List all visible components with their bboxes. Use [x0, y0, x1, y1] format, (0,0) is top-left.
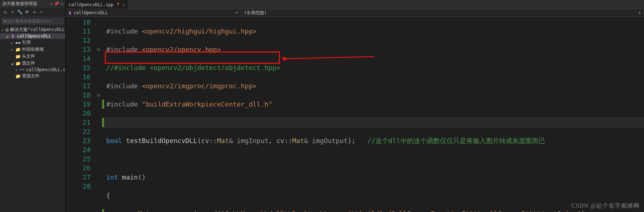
project-icon: ⧫: [10, 34, 15, 39]
expand-icon[interactable]: ▸: [10, 40, 14, 45]
code-lines[interactable]: #include <opencv2/highgui/highgui.hpp> #…: [102, 17, 644, 212]
folder-icon: 📁: [15, 54, 20, 59]
solution-icon: ⧉: [5, 27, 9, 32]
file-tab[interactable]: callOpencvDLL.cpp 📍 ✕: [66, 0, 128, 9]
fold-toggle[interactable]: ⊟: [95, 90, 102, 100]
wrench-icon[interactable]: 🔧: [17, 9, 23, 15]
solution-tree: ▸ ⧉ 解决方案"callOpencvDLL"(1 个项目 ◢ ⧫ callOp…: [0, 26, 65, 212]
collapse-icon[interactable]: ↔: [31, 9, 37, 15]
back-icon[interactable]: ↶: [9, 9, 15, 15]
refresh-icon[interactable]: ⟳: [24, 9, 30, 15]
nav-bar: ⧫ callOpencvDLL ▼ (全局范围) ▼: [66, 9, 644, 17]
expand-icon[interactable]: ◢: [5, 34, 9, 39]
tab-label: callOpencvDLL.cpp: [69, 2, 114, 7]
expand-icon[interactable]: ▸: [15, 67, 18, 72]
line-gutter: 101112 131415 161718 192021 222324 25262…: [66, 17, 95, 212]
sources-node[interactable]: ◢ 📁 源文件: [0, 60, 65, 67]
resources-node[interactable]: 📁 资源文件: [0, 73, 65, 80]
folder-icon: 📁: [15, 61, 20, 66]
panel-dropdown-icon[interactable]: ▾: [50, 1, 53, 6]
nav-scope-dropdown[interactable]: (全局范围) ▼: [241, 9, 644, 16]
expand-icon[interactable]: ◢: [10, 61, 14, 66]
panel-close-icon[interactable]: ✕: [61, 1, 63, 6]
fold-column: ⊟ ⊟: [95, 17, 102, 212]
project-icon: ⧫: [69, 10, 71, 15]
external-deps-node[interactable]: ▸ 📁 外部依赖项: [0, 46, 65, 53]
cpp-file-icon: ++: [19, 67, 24, 72]
solution-explorer: 决方案资源管理器 ▾ 📌 ✕ ⌂ ↶ 🔧 ⟳ ↔ ⋯ ▸ ⧉ 解决方案"call…: [0, 0, 66, 212]
folder-icon: 📁: [15, 74, 20, 79]
solution-node[interactable]: ▸ ⧉ 解决方案"callOpencvDLL"(1 个项目: [0, 26, 65, 33]
editor-area: callOpencvDLL.cpp 📍 ✕ ⧫ callOpencvDLL ▼ …: [66, 0, 644, 212]
folder-icon: 📁: [15, 47, 20, 52]
watermark: CSDN @起个名字都难啊: [572, 202, 640, 210]
panel-titlebar: 决方案资源管理器 ▾ 📌 ✕: [0, 0, 65, 8]
headers-node[interactable]: 📁 头文件: [0, 53, 65, 60]
home-icon[interactable]: ⌂: [2, 9, 8, 15]
tab-bar: callOpencvDLL.cpp 📍 ✕: [66, 0, 644, 9]
source-file-node[interactable]: ▸ ++ callOpencvDLL.cpp: [0, 67, 65, 73]
pin-icon[interactable]: 📍: [116, 3, 120, 7]
fold-toggle[interactable]: ⊟: [95, 45, 102, 54]
panel-pin-icon[interactable]: 📌: [54, 1, 59, 6]
references-node[interactable]: ▸ ▪▪ 引用: [0, 39, 65, 46]
chevron-down-icon: ▼: [236, 11, 238, 15]
expand-icon[interactable]: ▸: [10, 47, 14, 52]
code-area[interactable]: 101112 131415 161718 192021 222324 25262…: [66, 17, 644, 212]
close-icon[interactable]: ✕: [122, 2, 125, 7]
panel-toolbar: ⌂ ↶ 🔧 ⟳ ↔ ⋯: [0, 8, 65, 17]
project-node[interactable]: ◢ ⧫ callOpencvDLL: [0, 33, 65, 39]
nav-project-dropdown[interactable]: ⧫ callOpencvDLL ▼: [66, 9, 241, 16]
panel-search-input[interactable]: [1, 18, 64, 24]
panel-title: 决方案资源管理器: [2, 1, 37, 7]
chevron-down-icon: ▼: [639, 11, 641, 15]
more-icon[interactable]: ⋯: [39, 9, 45, 15]
refs-icon: ▪▪: [15, 40, 20, 45]
expand-icon[interactable]: ▸: [1, 27, 4, 32]
